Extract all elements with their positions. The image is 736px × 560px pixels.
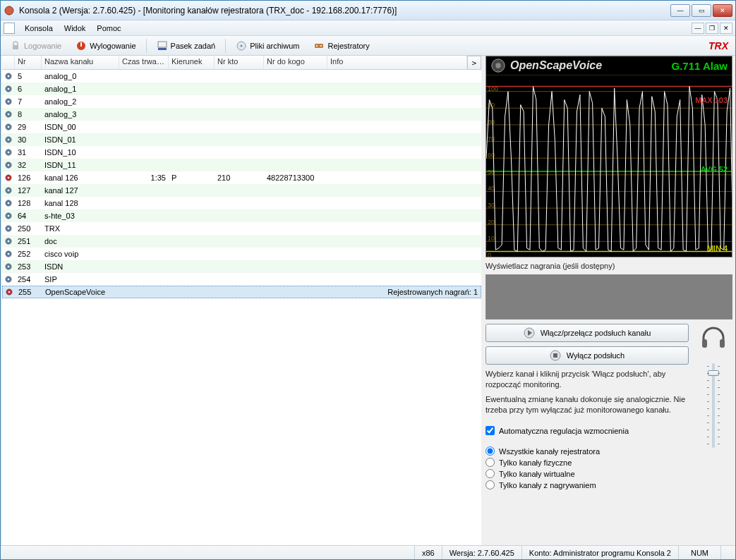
cell-info: Rejestrowanych nagrań: 1 [328,287,481,297]
cell-to [264,101,327,102]
table-row[interactable]: 32ISDN_11 [2,159,481,171]
cell-info [327,88,481,90]
table-row[interactable]: 251doc [2,235,481,248]
status-version: Wersja: 2.7.60.425 [442,546,521,559]
cell-info [327,253,481,255]
svg-point-14 [8,88,10,90]
auto-gain-label: Automatyczna regulacja wzmocnienia [499,427,629,435]
disk-icon [236,40,247,51]
volume-column [694,324,732,489]
mdi-restore-button[interactable]: ❐ [706,23,718,34]
table-body[interactable]: 5analog_06analog_17analog_28analog_329IS… [2,70,481,545]
table-row[interactable]: 253ISDN [2,260,481,273]
cell-info [327,215,481,217]
table-row[interactable]: 7analog_2 [2,95,481,108]
svg-text:0: 0 [488,252,491,257]
recorders-button[interactable]: Rejestratory [307,38,375,54]
cell-nr: 128 [15,198,42,208]
table-row[interactable]: 5analog_0 [2,70,481,83]
table-row[interactable]: 30ISDN_01 [2,133,481,146]
radio-virtual[interactable]: Tylko kanały wirtualne [485,469,689,478]
logout-button[interactable]: Wylogowanie [69,38,142,54]
cell-direction [169,114,215,115]
scope-min-label: MIN 4 [707,244,728,252]
cell-from [215,164,264,166]
radio-physical[interactable]: Tylko kanały fizyczne [485,458,689,467]
col-duration[interactable]: Czas trwania [119,56,169,69]
window-title: Konsola 2 (Wersja: 2.7.60.425) - [Monito… [19,6,670,16]
enable-monitor-button[interactable]: Włącz/przełącz podsłuch kanału [485,324,689,342]
cell-to: 48228713300 [264,173,327,183]
headphones-icon [699,324,728,352]
table-header: Nr Nazwa kanału Czas trwania Kierunek Nr… [2,56,467,70]
col-icon[interactable] [2,56,15,69]
speaker-icon [490,58,506,73]
table-row[interactable]: 31ISDN_10 [2,146,481,159]
row-status-icon [2,236,15,246]
cell-to [264,228,327,229]
scope-title: OpenScapeVoice [490,58,602,73]
maximize-button[interactable]: ▭ [692,4,711,17]
svg-rect-5 [158,42,167,47]
taskbar-button[interactable]: Pasek zadań [150,38,222,54]
table-row[interactable]: 255OpenScapeVoiceRejestrowanych nagrań: … [2,286,481,298]
cell-nr: 251 [15,236,42,246]
svg-text:70: 70 [488,135,495,142]
cell-duration [119,88,169,90]
svg-point-32 [8,202,10,205]
table-row[interactable]: 29ISDN_00 [2,121,481,133]
cell-direction [169,241,215,242]
collapse-panel-button[interactable]: > [467,56,481,70]
col-to[interactable]: Nr do kogo [264,56,327,69]
cell-info [327,164,481,166]
cell-info [327,139,481,140]
radio-recording[interactable]: Tylko kanały z nagrywaniem [485,480,689,489]
table-row[interactable]: 8analog_3 [2,108,481,121]
table-row[interactable]: 126kanal 1261:35P21048228713300 [2,171,481,184]
table-row[interactable]: 128kanal 128 [2,197,481,209]
cell-name: analog_1 [42,84,119,94]
menu-konsola[interactable]: Konsola [19,23,59,34]
mdi-minimize-button[interactable]: — [692,23,704,34]
cell-duration [119,101,169,102]
table-row[interactable]: 250TRX [2,222,481,235]
archive-button[interactable]: Pliki archiwum [229,38,306,54]
volume-slider[interactable] [712,363,715,448]
table-row[interactable]: 252cisco voip [2,248,481,260]
auto-gain-row[interactable]: Automatyczna regulacja wzmocnienia [485,426,689,435]
cell-from [215,75,264,77]
cell-name: cisco voip [42,249,119,259]
svg-text:10: 10 [488,235,495,242]
cell-to [264,202,327,204]
col-from[interactable]: Nr kto [215,56,264,69]
col-name[interactable]: Nazwa kanału [42,56,119,69]
close-button[interactable]: ✕ [713,4,732,17]
svg-point-34 [8,215,10,217]
mdi-close-button[interactable]: ✕ [720,23,732,34]
col-nr[interactable]: Nr [15,56,42,69]
menu-widok[interactable]: Widok [59,23,92,34]
col-direction[interactable]: Kierunek [169,56,215,69]
svg-point-18 [8,114,10,116]
col-info[interactable]: Info [327,56,467,69]
svg-text:20: 20 [488,219,495,226]
control-row: Włącz/przełącz podsłuch kanału Wyłącz po… [485,324,732,489]
row-status-icon [2,262,15,272]
table-row[interactable]: 127kanal 127 [2,184,481,197]
table-row[interactable]: 6analog_1 [2,83,481,95]
cell-info [327,152,481,153]
cell-direction [169,279,215,280]
menu-pomoc[interactable]: Pomoc [91,23,126,34]
cell-info [327,126,481,128]
cell-from [215,228,264,229]
hint-text-1: Wybierz kanał i kliknij przycisk 'Włącz … [485,369,689,390]
cell-direction [169,291,215,293]
svg-text:110: 110 [488,75,498,75]
table-row[interactable]: 64s-hte_03 [2,209,481,222]
radio-all[interactable]: Wszystkie kanały rejestratora [485,446,689,456]
cell-info [327,202,481,204]
disable-monitor-button[interactable]: Wyłącz podsłuch [485,346,689,365]
auto-gain-checkbox[interactable] [485,426,495,435]
minimize-button[interactable]: — [670,4,690,17]
table-row[interactable]: 254SIP [2,273,481,286]
